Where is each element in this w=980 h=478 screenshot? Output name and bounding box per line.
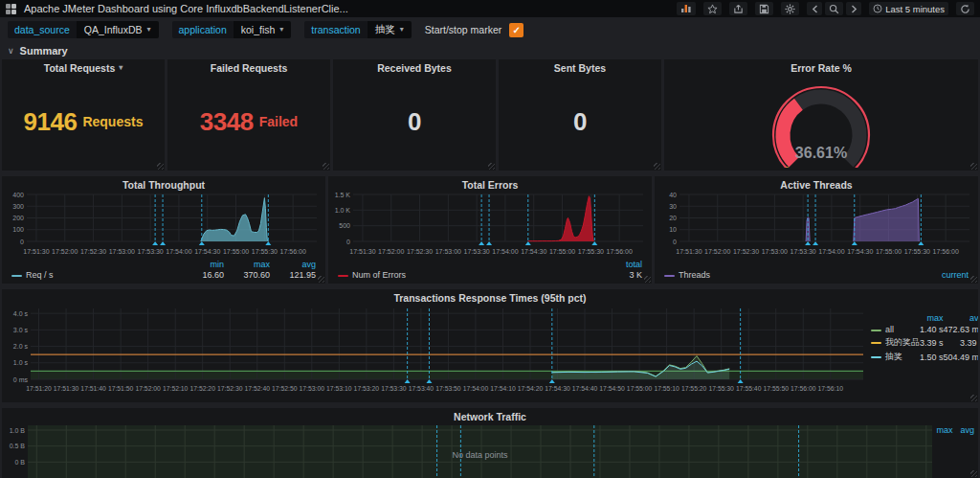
svg-text:0 ms: 0 ms xyxy=(13,376,29,383)
svg-text:17:53:00: 17:53:00 xyxy=(109,248,135,255)
legend-stat-header[interactable]: max xyxy=(224,260,270,269)
star-dashboard-button[interactable] xyxy=(703,2,722,15)
panel-title[interactable]: Network Traffic xyxy=(2,408,978,421)
chevron-right-icon xyxy=(851,5,858,13)
legend-stat-header[interactable]: min xyxy=(178,260,224,269)
svg-text:17:53:30: 17:53:30 xyxy=(138,248,164,255)
svg-text:36.61%: 36.61% xyxy=(794,145,846,161)
variable-value-text: koi_fish xyxy=(241,24,276,35)
legend-series-item[interactable]: Req / s xyxy=(11,270,54,280)
svg-text:17:51:20: 17:51:20 xyxy=(26,385,52,392)
panel-title-text: Error Rate % xyxy=(791,62,852,74)
svg-text:17:55:00: 17:55:00 xyxy=(627,385,653,392)
response-times-chart[interactable]: 0 ms1.0 s2.0 s3.0 s4.0 s17:51:2017:51:30… xyxy=(2,303,871,402)
time-shift-back-button[interactable] xyxy=(807,2,822,15)
svg-text:100: 100 xyxy=(12,226,24,233)
time-picker-button[interactable]: Last 5 minutes xyxy=(869,2,948,15)
panel-title-text: Total Throughput xyxy=(122,179,205,191)
legend-series-item[interactable]: Num of Errors xyxy=(338,270,406,280)
svg-text:17:54:50: 17:54:50 xyxy=(599,385,625,392)
chevron-down-icon: ∨ xyxy=(8,46,14,56)
response-times-legend: maxavgall1.40 s472.63 ms我的奖品3.39 s3.39 s… xyxy=(871,303,978,402)
svg-text:17:54:30: 17:54:30 xyxy=(847,248,873,255)
legend-series-item[interactable]: 我的奖品 xyxy=(871,335,920,350)
legend-stat-value: 1.40 s xyxy=(920,324,944,335)
add-panel-icon xyxy=(680,4,692,13)
svg-text:1.0 s: 1.0 s xyxy=(13,359,29,366)
error-rate-gauge: 36.61% xyxy=(664,73,978,171)
grafana-logo-icon[interactable] xyxy=(6,4,16,14)
variable-label: data_source xyxy=(8,21,77,38)
time-shift-forward-button[interactable] xyxy=(846,2,861,15)
chevron-left-icon xyxy=(812,5,818,13)
panel-title[interactable]: Transactions Response Times (95th pct) xyxy=(2,289,978,303)
svg-text:17:55:00: 17:55:00 xyxy=(876,248,902,255)
svg-text:17:53:40: 17:53:40 xyxy=(409,385,434,392)
row-header-summary[interactable]: ∨ Summary xyxy=(2,42,978,59)
stat-suffix: Requests xyxy=(82,114,143,129)
marker-checkbox[interactable]: ✓ xyxy=(509,23,523,37)
network-traffic-chart[interactable]: 1.0 B0.5 B0 BNo data points xyxy=(2,421,936,478)
network-traffic-legend: maxavg xyxy=(936,421,978,478)
svg-text:17:56:10: 17:56:10 xyxy=(818,385,844,392)
legend-series-item[interactable]: all xyxy=(871,324,920,335)
panel-title-text: Active Threads xyxy=(780,179,852,191)
panel-title[interactable]: Total Errors xyxy=(328,176,652,190)
throughput-chart[interactable]: 010020030040017:51:3017:52:0017:52:3017:… xyxy=(2,190,325,259)
zoom-out-time-button[interactable] xyxy=(825,2,843,15)
save-dashboard-button[interactable] xyxy=(755,2,773,15)
svg-text:17:54:30: 17:54:30 xyxy=(194,248,220,255)
legend-stat-value: 504.49 ms xyxy=(944,350,978,364)
variable-value-dropdown[interactable]: QA_InfluxDB ▾ xyxy=(77,21,159,38)
panel-title-text: Total Errors xyxy=(462,179,519,191)
panel-title-text: Received Bytes xyxy=(377,62,452,74)
legend-stat-header[interactable]: avg xyxy=(960,425,974,478)
variable-value-dropdown[interactable]: 抽奖 ▾ xyxy=(368,21,412,38)
share-dashboard-button[interactable] xyxy=(729,2,747,15)
legend-series-item[interactable]: 抽奖 xyxy=(871,350,920,364)
panel-title[interactable]: Failed Requests xyxy=(167,59,330,73)
svg-text:17:53:10: 17:53:10 xyxy=(326,385,352,392)
add-panel-button[interactable] xyxy=(677,2,696,15)
panel-menu-caret-icon[interactable]: ▾ xyxy=(119,64,122,72)
dashboard-title[interactable]: Apache JMeter Dashboard using Core Influ… xyxy=(24,3,348,14)
variable-label: application xyxy=(172,21,234,38)
stat-number: 3348 xyxy=(200,107,254,137)
stat-value: 0 xyxy=(333,73,496,171)
variable-value-dropdown[interactable]: koi_fish ▾ xyxy=(234,21,292,38)
panel-error-rate: Error Rate % 36.61% xyxy=(664,59,978,171)
panel-failed-requests: Failed Requests 3348 Failed xyxy=(167,59,330,171)
refresh-button[interactable] xyxy=(956,2,974,15)
stat-number: 9146 xyxy=(24,107,78,137)
svg-text:17:51:30: 17:51:30 xyxy=(23,248,49,255)
panel-title[interactable]: Total Requests ▾ xyxy=(2,59,165,73)
panel-title[interactable]: Error Rate % xyxy=(664,59,978,73)
panel-title[interactable]: Total Throughput xyxy=(2,176,325,190)
panel-title[interactable]: Sent Bytes xyxy=(499,59,661,73)
legend-stat-value: 3.39 s xyxy=(920,335,944,350)
legend-stat-header[interactable]: avg xyxy=(944,312,978,324)
legend-series-item[interactable]: Threads xyxy=(664,270,710,280)
panel-title[interactable]: Received Bytes xyxy=(333,59,496,73)
legend-stat-header[interactable]: total xyxy=(596,260,642,269)
legend-stat-header[interactable]: current xyxy=(923,270,969,280)
threads-chart[interactable]: 01020304017:51:3017:52:0017:52:3017:53:0… xyxy=(655,190,978,269)
gear-icon xyxy=(785,4,795,14)
svg-text:17:51:50: 17:51:50 xyxy=(108,385,134,392)
svg-text:17:54:00: 17:54:00 xyxy=(818,248,844,255)
svg-text:17:54:00: 17:54:00 xyxy=(166,248,191,255)
dashboard-settings-button[interactable] xyxy=(781,2,799,15)
panel-title[interactable]: Active Threads xyxy=(655,176,978,190)
start-stop-marker-control: Start/stop marker ✓ xyxy=(425,23,524,37)
legend-stat-header[interactable]: avg xyxy=(270,260,316,269)
svg-text:0: 0 xyxy=(673,239,677,245)
marker-label: Start/stop marker xyxy=(425,24,502,35)
legend-stat-header[interactable]: max xyxy=(920,312,944,324)
errors-chart[interactable]: 05001.0 K1.5 K17:51:3017:52:0017:52:3017… xyxy=(328,190,652,259)
legend-stat-value: 3.39 s xyxy=(944,335,978,350)
svg-text:17:55:20: 17:55:20 xyxy=(681,385,707,392)
panel-total-errors: Total Errors 05001.0 K1.5 K17:51:3017:52… xyxy=(328,176,652,284)
legend-stat-header[interactable]: max xyxy=(936,425,952,478)
svg-text:17:55:50: 17:55:50 xyxy=(763,385,789,392)
svg-text:4.0 s: 4.0 s xyxy=(13,310,29,317)
